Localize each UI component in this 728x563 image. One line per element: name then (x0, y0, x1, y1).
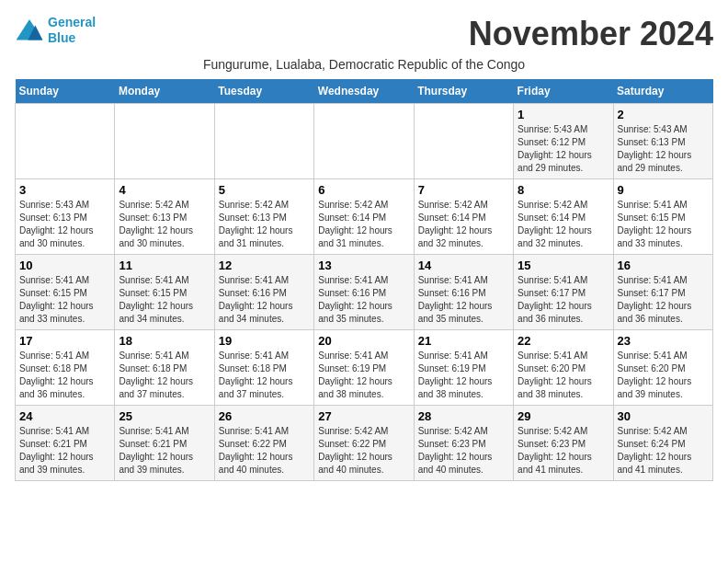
day-number: 26 (219, 409, 310, 423)
day-info: Sunrise: 5:41 AM Sunset: 6:15 PM Dayligh… (119, 274, 210, 326)
day-number: 21 (418, 334, 509, 348)
calendar-cell: 13Sunrise: 5:41 AM Sunset: 6:16 PM Dayli… (314, 255, 414, 330)
logo-line1: General (48, 15, 96, 29)
calendar-cell: 27Sunrise: 5:42 AM Sunset: 6:22 PM Dayli… (314, 406, 414, 481)
day-number: 22 (518, 334, 609, 348)
day-number: 24 (19, 409, 110, 423)
day-number: 11 (119, 259, 210, 272)
day-info: Sunrise: 5:42 AM Sunset: 6:14 PM Dayligh… (418, 199, 509, 250)
day-info: Sunrise: 5:43 AM Sunset: 6:13 PM Dayligh… (19, 199, 110, 250)
calendar-cell: 21Sunrise: 5:41 AM Sunset: 6:19 PM Dayli… (414, 330, 513, 406)
calendar-cell: 11Sunrise: 5:41 AM Sunset: 6:15 PM Dayli… (115, 255, 214, 330)
calendar-cell: 16Sunrise: 5:41 AM Sunset: 6:17 PM Dayli… (613, 255, 712, 330)
day-info: Sunrise: 5:42 AM Sunset: 6:22 PM Dayligh… (318, 425, 409, 477)
logo-line2: Blue (48, 30, 75, 45)
day-info: Sunrise: 5:42 AM Sunset: 6:24 PM Dayligh… (618, 425, 709, 477)
day-number: 28 (418, 409, 509, 423)
calendar-cell: 30Sunrise: 5:42 AM Sunset: 6:24 PM Dayli… (613, 406, 712, 481)
calendar-subtitle: Fungurume, Lualaba, Democratic Republic … (15, 57, 713, 72)
day-info: Sunrise: 5:43 AM Sunset: 6:13 PM Dayligh… (618, 123, 709, 175)
day-info: Sunrise: 5:41 AM Sunset: 6:16 PM Dayligh… (318, 274, 409, 326)
day-info: Sunrise: 5:41 AM Sunset: 6:16 PM Dayligh… (219, 274, 310, 326)
day-info: Sunrise: 5:41 AM Sunset: 6:18 PM Dayligh… (119, 350, 210, 401)
weekday-header-friday: Friday (514, 79, 613, 104)
day-number: 3 (19, 183, 110, 197)
day-number: 12 (219, 259, 310, 272)
day-number: 17 (19, 334, 110, 348)
calendar-cell: 17Sunrise: 5:41 AM Sunset: 6:18 PM Dayli… (16, 330, 115, 406)
day-number: 19 (219, 334, 310, 348)
calendar-cell (16, 104, 115, 179)
weekday-header-tuesday: Tuesday (214, 79, 313, 104)
calendar-title: November 2024 (469, 15, 713, 53)
day-number: 1 (518, 108, 609, 121)
calendar-cell: 8Sunrise: 5:42 AM Sunset: 6:14 PM Daylig… (514, 179, 613, 255)
day-info: Sunrise: 5:42 AM Sunset: 6:14 PM Dayligh… (518, 199, 609, 250)
calendar-cell: 29Sunrise: 5:42 AM Sunset: 6:23 PM Dayli… (514, 406, 613, 481)
weekday-header-row: SundayMondayTuesdayWednesdayThursdayFrid… (16, 79, 713, 104)
calendar-cell: 18Sunrise: 5:41 AM Sunset: 6:18 PM Dayli… (115, 330, 214, 406)
calendar-cell: 7Sunrise: 5:42 AM Sunset: 6:14 PM Daylig… (414, 179, 513, 255)
weekday-header-sunday: Sunday (16, 79, 115, 104)
calendar-cell: 19Sunrise: 5:41 AM Sunset: 6:18 PM Dayli… (214, 330, 313, 406)
calendar-cell: 9Sunrise: 5:41 AM Sunset: 6:15 PM Daylig… (613, 179, 712, 255)
day-number: 16 (618, 259, 709, 272)
page-header: General Blue November 2024 (15, 15, 713, 53)
weekday-header-thursday: Thursday (414, 79, 513, 104)
logo-icon (15, 17, 44, 43)
day-info: Sunrise: 5:41 AM Sunset: 6:21 PM Dayligh… (119, 425, 210, 477)
day-info: Sunrise: 5:42 AM Sunset: 6:23 PM Dayligh… (518, 425, 609, 477)
calendar-cell: 14Sunrise: 5:41 AM Sunset: 6:16 PM Dayli… (414, 255, 513, 330)
weekday-header-saturday: Saturday (613, 79, 712, 104)
calendar-cell: 24Sunrise: 5:41 AM Sunset: 6:21 PM Dayli… (16, 406, 115, 481)
calendar-week-1: 1Sunrise: 5:43 AM Sunset: 6:12 PM Daylig… (16, 104, 713, 179)
day-info: Sunrise: 5:41 AM Sunset: 6:17 PM Dayligh… (518, 274, 609, 326)
weekday-header-wednesday: Wednesday (314, 79, 414, 104)
calendar-cell: 26Sunrise: 5:41 AM Sunset: 6:22 PM Dayli… (214, 406, 313, 481)
day-info: Sunrise: 5:42 AM Sunset: 6:13 PM Dayligh… (219, 199, 310, 250)
day-info: Sunrise: 5:41 AM Sunset: 6:15 PM Dayligh… (19, 274, 110, 326)
calendar-cell (214, 104, 313, 179)
calendar-week-4: 17Sunrise: 5:41 AM Sunset: 6:18 PM Dayli… (16, 330, 713, 406)
calendar-week-2: 3Sunrise: 5:43 AM Sunset: 6:13 PM Daylig… (16, 179, 713, 255)
day-number: 8 (518, 183, 609, 197)
calendar-cell: 1Sunrise: 5:43 AM Sunset: 6:12 PM Daylig… (514, 104, 613, 179)
calendar-cell: 23Sunrise: 5:41 AM Sunset: 6:20 PM Dayli… (613, 330, 712, 406)
calendar-cell: 20Sunrise: 5:41 AM Sunset: 6:19 PM Dayli… (314, 330, 414, 406)
day-number: 6 (318, 183, 409, 197)
calendar-table: SundayMondayTuesdayWednesdayThursdayFrid… (15, 79, 713, 481)
calendar-cell (115, 104, 214, 179)
day-number: 18 (119, 334, 210, 348)
calendar-week-3: 10Sunrise: 5:41 AM Sunset: 6:15 PM Dayli… (16, 255, 713, 330)
day-info: Sunrise: 5:42 AM Sunset: 6:13 PM Dayligh… (119, 199, 210, 250)
day-number: 2 (618, 108, 709, 121)
calendar-cell: 25Sunrise: 5:41 AM Sunset: 6:21 PM Dayli… (115, 406, 214, 481)
day-info: Sunrise: 5:41 AM Sunset: 6:19 PM Dayligh… (418, 350, 509, 401)
day-info: Sunrise: 5:41 AM Sunset: 6:18 PM Dayligh… (19, 350, 110, 401)
day-info: Sunrise: 5:41 AM Sunset: 6:19 PM Dayligh… (318, 350, 409, 401)
logo-text: General Blue (48, 15, 96, 46)
day-info: Sunrise: 5:41 AM Sunset: 6:20 PM Dayligh… (518, 350, 609, 401)
calendar-cell: 5Sunrise: 5:42 AM Sunset: 6:13 PM Daylig… (214, 179, 313, 255)
calendar-cell: 3Sunrise: 5:43 AM Sunset: 6:13 PM Daylig… (16, 179, 115, 255)
calendar-cell: 10Sunrise: 5:41 AM Sunset: 6:15 PM Dayli… (16, 255, 115, 330)
day-info: Sunrise: 5:42 AM Sunset: 6:14 PM Dayligh… (318, 199, 409, 250)
calendar-cell: 2Sunrise: 5:43 AM Sunset: 6:13 PM Daylig… (613, 104, 712, 179)
day-info: Sunrise: 5:41 AM Sunset: 6:16 PM Dayligh… (418, 274, 509, 326)
day-number: 7 (418, 183, 509, 197)
calendar-cell: 15Sunrise: 5:41 AM Sunset: 6:17 PM Dayli… (514, 255, 613, 330)
day-number: 29 (518, 409, 609, 423)
calendar-cell: 12Sunrise: 5:41 AM Sunset: 6:16 PM Dayli… (214, 255, 313, 330)
day-info: Sunrise: 5:41 AM Sunset: 6:17 PM Dayligh… (618, 274, 709, 326)
logo: General Blue (15, 15, 96, 46)
calendar-cell: 4Sunrise: 5:42 AM Sunset: 6:13 PM Daylig… (115, 179, 214, 255)
calendar-week-5: 24Sunrise: 5:41 AM Sunset: 6:21 PM Dayli… (16, 406, 713, 481)
day-number: 10 (19, 259, 110, 272)
calendar-cell: 22Sunrise: 5:41 AM Sunset: 6:20 PM Dayli… (514, 330, 613, 406)
day-number: 9 (618, 183, 709, 197)
day-info: Sunrise: 5:41 AM Sunset: 6:22 PM Dayligh… (219, 425, 310, 477)
calendar-cell: 6Sunrise: 5:42 AM Sunset: 6:14 PM Daylig… (314, 179, 414, 255)
day-number: 4 (119, 183, 210, 197)
day-number: 25 (119, 409, 210, 423)
day-number: 27 (318, 409, 409, 423)
